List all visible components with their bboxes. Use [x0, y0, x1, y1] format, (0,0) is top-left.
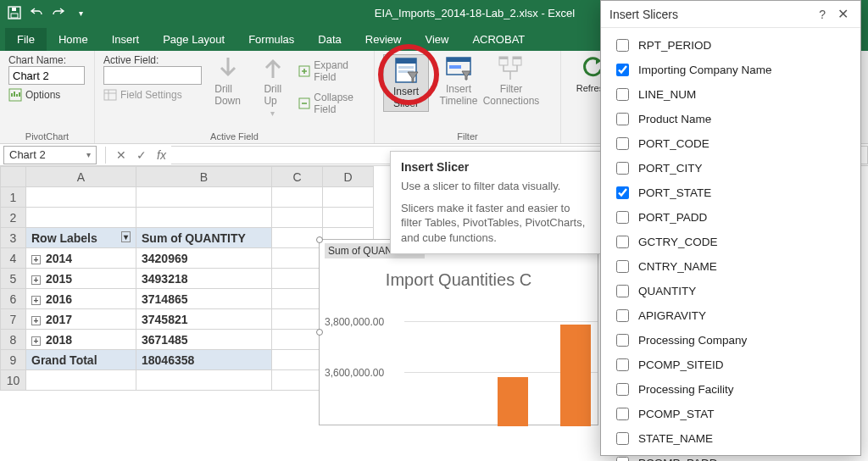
checkbox[interactable] — [616, 432, 629, 445]
slicer-field-processing-facility[interactable]: Processing Facility — [611, 377, 850, 402]
tab-home[interactable]: Home — [47, 28, 100, 51]
tab-page-layout[interactable]: Page Layout — [151, 28, 236, 51]
row-header[interactable]: 6 — [1, 289, 26, 309]
expand-toggle-icon[interactable]: + — [31, 316, 41, 325]
row-header[interactable]: 7 — [1, 309, 26, 330]
slicer-field-port_padd[interactable]: PORT_PADD — [611, 205, 850, 230]
chart-title[interactable]: Import Quantities C — [320, 270, 598, 290]
pivot-value[interactable]: 3671485 — [136, 330, 272, 350]
row-header[interactable]: 1 — [1, 187, 26, 208]
row-header[interactable]: 8 — [1, 330, 26, 350]
checkbox[interactable] — [616, 88, 629, 101]
drill-up-button[interactable]: Drill Up ▾ — [253, 54, 292, 118]
checkbox[interactable] — [616, 260, 629, 273]
slicer-field-gctry_code[interactable]: GCTRY_CODE — [611, 230, 850, 254]
close-icon[interactable]: ✕ — [834, 7, 852, 21]
checkbox[interactable] — [616, 358, 629, 371]
pivot-row[interactable]: +2018 — [26, 330, 136, 350]
checkbox[interactable] — [616, 457, 629, 461]
col-header-b[interactable]: B — [136, 167, 272, 187]
row-header[interactable]: 4 — [1, 248, 26, 269]
tab-insert[interactable]: Insert — [100, 28, 152, 51]
save-icon[interactable] — [7, 5, 22, 20]
pivot-row[interactable]: +2016 — [26, 289, 136, 309]
grand-total-label[interactable]: Grand Total — [26, 350, 136, 370]
checkbox[interactable] — [616, 408, 629, 420]
pivot-value[interactable]: 3745821 — [136, 309, 272, 330]
slicer-field-pcomp_stat[interactable]: PCOMP_STAT — [611, 402, 850, 426]
slicer-field-processing-company[interactable]: Processing Company — [611, 328, 850, 353]
pivot-values-header[interactable]: Sum of QUANTITY — [136, 228, 272, 248]
checkbox[interactable] — [616, 285, 629, 297]
tab-formulas[interactable]: Formulas — [236, 28, 306, 51]
pivot-row[interactable]: +2017 — [26, 309, 136, 330]
insert-timeline-button[interactable]: Insert Timeline — [436, 54, 481, 107]
filter-connections-button[interactable]: Filter Connections — [488, 54, 534, 107]
slicer-field-pcomp_padd[interactable]: PCOMP_PADD — [611, 451, 850, 461]
row-header[interactable]: 10 — [1, 370, 26, 391]
slicer-field-port_state[interactable]: PORT_STATE — [611, 181, 850, 205]
tab-file[interactable]: File — [5, 28, 47, 51]
slicer-field-state_name[interactable]: STATE_NAME — [611, 426, 850, 451]
fx-icon[interactable]: fx — [152, 148, 171, 162]
col-header-a[interactable]: A — [26, 167, 136, 187]
checkbox[interactable] — [616, 211, 629, 224]
filter-dropdown-icon[interactable]: ▾ — [121, 231, 131, 242]
pivot-row[interactable]: +2015 — [26, 269, 136, 289]
collapse-field-button[interactable]: Collapse Field — [298, 92, 365, 115]
insert-slicer-button[interactable]: Insert Slicer — [383, 54, 429, 112]
chart-name-input[interactable] — [8, 66, 85, 85]
row-header[interactable]: 2 — [1, 208, 26, 228]
checkbox[interactable] — [616, 186, 629, 199]
checkbox[interactable] — [616, 236, 629, 248]
expand-toggle-icon[interactable]: + — [31, 255, 41, 264]
slicer-field-rpt_period[interactable]: RPT_PERIOD — [611, 33, 850, 58]
tab-review[interactable]: Review — [353, 28, 414, 51]
checkbox[interactable] — [616, 162, 629, 175]
checkbox[interactable] — [616, 39, 629, 52]
pivot-value[interactable]: 3420969 — [136, 248, 272, 269]
row-header[interactable]: 9 — [1, 350, 26, 370]
slicer-field-cntry_name[interactable]: CNTRY_NAME — [611, 254, 850, 279]
chevron-down-icon[interactable]: ▾ — [86, 150, 91, 159]
slicer-field-product-name[interactable]: Product Name — [611, 107, 850, 131]
pivot-row-labels-header[interactable]: Row Labels ▾ — [26, 228, 136, 248]
slicer-field-line_num[interactable]: LINE_NUM — [611, 82, 850, 107]
expand-toggle-icon[interactable]: + — [31, 296, 41, 305]
slicer-field-apigravity[interactable]: APIGRAVITY — [611, 303, 850, 328]
pivot-chart[interactable]: Sum of QUANTITY ▾ Import Quantities C 3,… — [319, 239, 598, 425]
help-icon[interactable]: ? — [814, 8, 831, 21]
checkbox[interactable] — [616, 137, 629, 150]
slicer-field-pcomp_siteid[interactable]: PCOMP_SITEID — [611, 353, 850, 377]
grand-total-value[interactable]: 18046358 — [136, 350, 272, 370]
redo-icon[interactable] — [51, 5, 66, 20]
checkbox[interactable] — [616, 64, 629, 76]
undo-icon[interactable] — [29, 5, 44, 20]
select-all-cell[interactable] — [1, 167, 26, 187]
options-button[interactable]: Options — [8, 88, 86, 102]
pivot-row[interactable]: +2014 — [26, 248, 136, 269]
expand-toggle-icon[interactable]: + — [31, 275, 41, 285]
drill-down-button[interactable]: Drill Down — [209, 54, 247, 107]
expand-field-button[interactable]: Expand Field — [298, 59, 365, 83]
insert-slicers-dialog[interactable]: Insert Slicers ? ✕ RPT_PERIODImporting C… — [600, 0, 861, 456]
active-field-input[interactable] — [103, 66, 202, 85]
expand-toggle-icon[interactable]: + — [31, 336, 41, 346]
name-box[interactable]: Chart 2 ▾ — [3, 146, 97, 164]
col-header-c[interactable]: C — [272, 167, 323, 187]
tab-acrobat[interactable]: ACROBAT — [460, 28, 537, 51]
qat-dropdown-icon[interactable]: ▾ — [73, 5, 88, 20]
pivot-value[interactable]: 3493218 — [136, 269, 272, 289]
slicer-field-port_code[interactable]: PORT_CODE — [611, 131, 850, 156]
row-header[interactable]: 3 — [1, 228, 26, 248]
checkbox[interactable] — [616, 113, 629, 125]
checkbox[interactable] — [616, 309, 629, 322]
slicer-field-port_city[interactable]: PORT_CITY — [611, 156, 850, 181]
row-header[interactable]: 5 — [1, 269, 26, 289]
pivot-value[interactable]: 3714865 — [136, 289, 272, 309]
slicer-field-quantity[interactable]: QUANTITY — [611, 279, 850, 303]
slicer-field-importing-company-name[interactable]: Importing Company Name — [611, 58, 850, 82]
tab-data[interactable]: Data — [306, 28, 353, 51]
col-header-d[interactable]: D — [323, 167, 374, 187]
field-settings-button[interactable]: Field Settings — [103, 88, 202, 102]
